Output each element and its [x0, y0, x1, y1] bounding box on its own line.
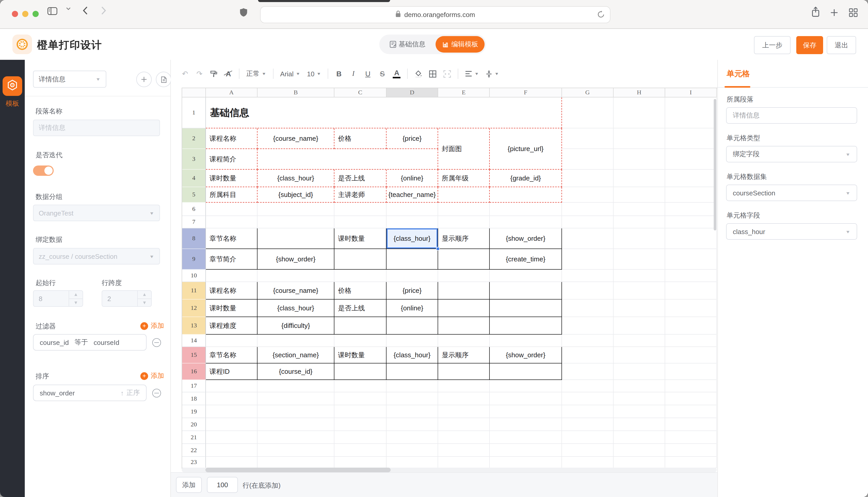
cell[interactable]	[438, 203, 490, 216]
cell[interactable]	[665, 347, 717, 364]
bound-cell[interactable]	[387, 364, 438, 380]
cell[interactable]	[665, 300, 717, 317]
cell[interactable]	[490, 405, 562, 418]
cell[interactable]	[562, 317, 614, 335]
cell[interactable]	[614, 249, 665, 270]
cell[interactable]	[614, 128, 665, 149]
cell[interactable]	[614, 270, 665, 282]
add-section-button[interactable]	[136, 72, 152, 87]
row-header-9[interactable]: 9	[182, 249, 206, 270]
bound-cell[interactable]	[490, 187, 562, 203]
add-rows-count-input[interactable]: 100	[207, 477, 238, 493]
bound-cell[interactable]	[258, 228, 334, 249]
redo-icon[interactable]: ↷	[196, 70, 203, 78]
new-tab-icon[interactable]	[830, 9, 838, 16]
col-header-C[interactable]: C	[334, 88, 387, 97]
paragraph-name-input[interactable]: 详情信息	[33, 119, 160, 136]
cell[interactable]	[614, 216, 665, 228]
bound-cell[interactable]	[387, 317, 438, 335]
cell[interactable]	[665, 228, 717, 249]
previous-step-button[interactable]: 上一步	[754, 36, 790, 54]
section-select[interactable]: 详情信息 ▼	[33, 71, 106, 88]
cell[interactable]	[206, 418, 258, 431]
bound-cell[interactable]: {show_order}	[490, 228, 562, 249]
row-span-stepper[interactable]: 2 ▲▼	[102, 290, 152, 307]
selected-cell[interactable]: {class_hour}	[387, 228, 438, 249]
bound-cell[interactable]: 基础信息	[206, 97, 562, 128]
cell[interactable]	[334, 270, 387, 282]
cell[interactable]	[206, 203, 258, 216]
cell[interactable]	[614, 228, 665, 249]
cell[interactable]	[490, 431, 562, 444]
bound-cell[interactable]: 课程名称	[206, 282, 258, 300]
merge-cells-icon[interactable]	[443, 70, 451, 77]
vertical-scrollbar[interactable]	[714, 99, 716, 230]
cell[interactable]	[665, 128, 717, 149]
back-button[interactable]	[83, 6, 88, 15]
cell[interactable]	[258, 418, 334, 431]
cell[interactable]	[562, 187, 614, 203]
data-group-select[interactable]: OrangeTest ▼	[33, 205, 160, 221]
cell[interactable]	[438, 405, 490, 418]
bound-cell[interactable]: 课程难度	[206, 317, 258, 335]
privacy-shield-icon[interactable]	[239, 8, 248, 17]
cell[interactable]	[490, 203, 562, 216]
bound-cell[interactable]: 显示顺序	[438, 228, 490, 249]
belong-paragraph-input[interactable]: 详情信息	[726, 107, 857, 124]
cell[interactable]	[562, 405, 614, 418]
cell[interactable]	[258, 392, 334, 405]
row-header-16[interactable]: 16	[182, 364, 206, 380]
row-header-23[interactable]: 23	[182, 457, 206, 468]
exit-button[interactable]: 退出	[827, 36, 856, 54]
bound-cell[interactable]: 所属科目	[206, 187, 258, 203]
cell[interactable]	[258, 431, 334, 444]
bound-cell[interactable]	[490, 317, 562, 335]
bound-cell[interactable]: {difficulty}	[258, 317, 334, 335]
cell[interactable]	[665, 270, 717, 282]
col-header-I[interactable]: I	[665, 88, 717, 97]
cell[interactable]	[387, 216, 438, 228]
cell[interactable]	[490, 380, 562, 392]
cell[interactable]	[258, 216, 334, 228]
col-header-D[interactable]: D	[387, 88, 438, 97]
cell[interactable]	[438, 335, 490, 347]
share-icon[interactable]	[811, 7, 820, 17]
cell[interactable]	[665, 187, 717, 203]
cell[interactable]	[206, 270, 258, 282]
copy-section-button[interactable]	[156, 72, 171, 87]
row-header-15[interactable]: 15	[182, 347, 206, 364]
cell[interactable]	[206, 216, 258, 228]
cell-dataset-select[interactable]: courseSection ▼	[726, 185, 857, 201]
cell[interactable]	[665, 364, 717, 380]
bound-cell[interactable]: 章节名称	[206, 228, 258, 249]
bound-cell[interactable]: 所属年级	[438, 170, 490, 187]
cell[interactable]	[387, 431, 438, 444]
cell[interactable]	[206, 405, 258, 418]
row-header-2[interactable]: 2	[182, 128, 206, 149]
cell[interactable]	[562, 418, 614, 431]
tab-edit-template[interactable]: 编辑模板	[436, 36, 485, 53]
cell[interactable]	[562, 149, 614, 170]
cell[interactable]	[562, 282, 614, 300]
cell[interactable]	[665, 392, 717, 405]
undo-icon[interactable]: ↶	[181, 70, 189, 78]
cell[interactable]	[614, 282, 665, 300]
bound-cell[interactable]	[438, 300, 490, 317]
cell[interactable]	[562, 300, 614, 317]
cell[interactable]	[614, 335, 665, 347]
strikethrough-button[interactable]: S	[378, 70, 386, 78]
bound-cell[interactable]: 课时数量	[334, 228, 387, 249]
cell[interactable]	[490, 335, 562, 347]
save-button[interactable]: 保存	[796, 36, 823, 54]
cell[interactable]	[206, 431, 258, 444]
bound-cell[interactable]: 价格	[334, 282, 387, 300]
cell[interactable]	[438, 418, 490, 431]
reload-icon[interactable]	[597, 10, 605, 20]
cell[interactable]	[665, 249, 717, 270]
row-header-19[interactable]: 19	[182, 405, 206, 418]
cell[interactable]	[258, 335, 334, 347]
col-header-H[interactable]: H	[614, 88, 665, 97]
cell[interactable]	[665, 444, 717, 457]
cell[interactable]	[665, 418, 717, 431]
cell[interactable]	[334, 203, 387, 216]
